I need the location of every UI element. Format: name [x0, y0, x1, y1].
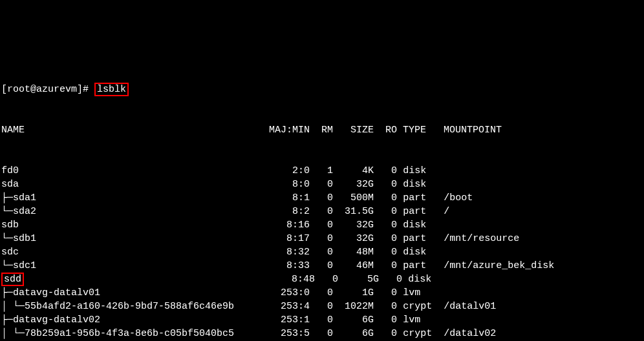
device-row: ├─sda1 8:1 0 500M 0 part /boot	[1, 191, 644, 205]
device-row: └─sdb1 8:17 0 32G 0 part /mnt/resource	[1, 232, 644, 245]
device-row: sdb 8:16 0 32G 0 disk	[1, 218, 644, 232]
device-row: ├─datavg-datalv02 253:1 0 6G 0 lvm	[1, 313, 644, 327]
device-row: sdd 8:48 0 5G 0 disk	[1, 273, 644, 286]
device-name: sdc	[1, 247, 19, 258]
device-row: sdc 8:32 0 48M 0 disk	[1, 245, 644, 259]
device-columns: 8:48 0 5G 0 disk	[274, 274, 437, 285]
device-columns: 253:5 0 6G 0 crypt /datalv02	[269, 328, 496, 339]
device-row: └─sda2 8:2 0 31.5G 0 part /	[1, 205, 644, 218]
column-header-row: NAME MAJ:MIN RM SIZE RO TYPE MOUNTPOINT	[1, 123, 644, 137]
device-columns: 253:1 0 6G 0 lvm	[269, 315, 432, 326]
device-name: sdc1	[13, 260, 36, 271]
tree-prefix: ├─	[1, 315, 13, 326]
terminal-output: [root@azurevm]# lsblk NAME MAJ:MIN RM SI…	[0, 54, 644, 341]
device-columns: 8:0 0 32G 0 disk	[269, 179, 432, 190]
device-row: │ └─55b4afd2-a160-426b-9bd7-588af6c46e9b…	[1, 300, 644, 313]
device-row: sda 8:0 0 32G 0 disk	[1, 178, 644, 191]
device-name: sda	[1, 179, 19, 190]
tree-prefix: └─	[1, 233, 13, 244]
device-name: 78b259a1-956b-4f3a-8e6b-c05bf5040bc5	[25, 328, 234, 339]
device-name: sdb	[1, 220, 19, 231]
tree-prefix: │ └─	[1, 328, 25, 339]
device-rows: fd0 2:0 1 4K 0 disk sda 8:0 0 32G 0 disk…	[1, 164, 644, 341]
device-columns: 8:16 0 32G 0 disk	[269, 220, 432, 231]
device-row: fd0 2:0 1 4K 0 disk	[1, 164, 644, 178]
device-columns: 8:33 0 46M 0 part /mnt/azure_bek_disk	[269, 260, 554, 271]
device-columns: 8:1 0 500M 0 part /boot	[269, 192, 473, 203]
shell-prompt: [root@azurevm]#	[1, 84, 94, 95]
device-row: └─sdc1 8:33 0 46M 0 part /mnt/azure_bek_…	[1, 259, 644, 273]
device-name: sdb1	[13, 233, 36, 244]
device-name: sda1	[13, 192, 36, 203]
device-columns: 8:17 0 32G 0 part /mnt/resource	[269, 233, 519, 244]
prompt-line: [root@azurevm]# lsblk	[1, 83, 644, 96]
tree-prefix: └─	[1, 206, 13, 217]
device-name: sdd	[1, 273, 24, 286]
tree-prefix: ├─	[1, 287, 13, 298]
device-columns: 253:4 0 1022M 0 crypt /datalv01	[269, 301, 496, 312]
device-name: sda2	[13, 206, 36, 217]
device-columns: 2:0 1 4K 0 disk	[269, 165, 432, 176]
device-columns: 8:32 0 48M 0 disk	[269, 247, 432, 258]
device-name: datavg-datalv01	[13, 287, 100, 298]
device-columns: 253:0 0 1G 0 lvm	[269, 287, 432, 298]
device-name: fd0	[1, 165, 19, 176]
device-name: 55b4afd2-a160-426b-9bd7-588af6c46e9b	[25, 301, 234, 312]
tree-prefix: └─	[1, 260, 13, 271]
device-name: datavg-datalv02	[13, 315, 100, 326]
device-row: ├─datavg-datalv01 253:0 0 1G 0 lvm	[1, 286, 644, 300]
command-text: lsblk	[94, 83, 129, 96]
tree-prefix: │ └─	[1, 301, 25, 312]
tree-prefix: ├─	[1, 192, 13, 203]
device-columns: 8:2 0 31.5G 0 part /	[269, 206, 449, 217]
device-row: │ └─78b259a1-956b-4f3a-8e6b-c05bf5040bc5…	[1, 327, 644, 340]
